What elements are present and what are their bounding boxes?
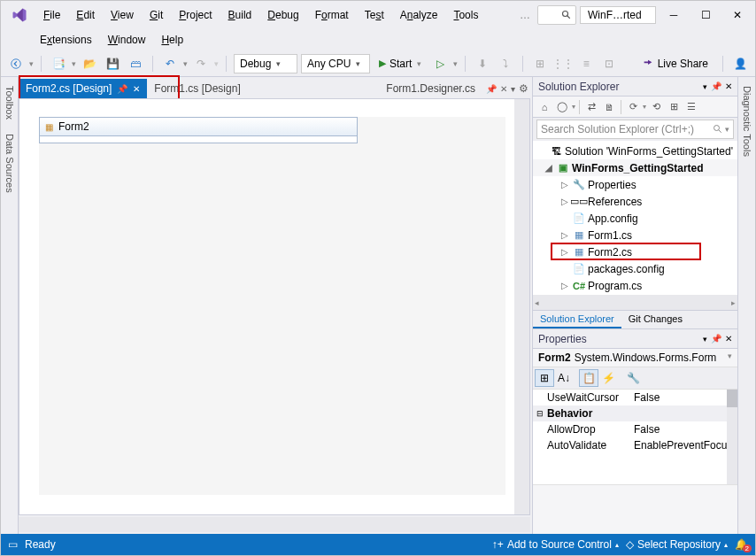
solution-search-input[interactable]: Search Solution Explorer (Ctrl+;) ▾ [536,120,734,139]
references-node[interactable]: ▷▭▭References [533,193,737,210]
tree-hscroll[interactable]: ◂▸ [533,295,737,310]
appconfig-node[interactable]: 📄App.config [533,210,737,227]
menu-analyze[interactable]: Analyze [393,5,445,25]
prop-autovalidate[interactable]: AutoValidateEnablePreventFocu [533,437,727,453]
form-window[interactable]: ▦ Form2 [39,117,358,143]
live-share-button[interactable]: Live Share [635,58,715,70]
add-to-source-control[interactable]: ↑+Add to Source Control▴ [492,538,619,551]
save-all-button[interactable]: 🗃 [126,54,145,73]
solution-name-display: WinF…rted [580,6,656,24]
alphabetical-button[interactable]: A↓ [554,369,574,387]
status-ready-icon: ▭ [8,538,18,551]
close-icon[interactable]: ✕ [725,334,732,344]
step-button[interactable]: ⬇ [473,54,492,73]
packages-node[interactable]: 📄packages.config [533,260,737,277]
maximize-button[interactable]: ☐ [691,4,720,27]
spacing-button[interactable]: ⊡ [599,54,619,73]
design-surface[interactable]: ▦ Form2 [39,117,505,495]
layout-button[interactable]: ≡ [576,54,596,73]
show-all-icon[interactable]: 🗎 [601,99,617,115]
program-node[interactable]: ▷C#Program.cs [533,277,737,294]
dropdown-icon[interactable]: ▾ [703,335,707,344]
pin-icon[interactable]: 📌 [711,334,721,344]
close-button[interactable]: ✕ [723,4,752,27]
grid-button[interactable]: ⋮⋮ [553,54,573,73]
solution-node[interactable]: 🏗Solution 'WinForms_GettingStarted' [533,143,737,159]
start-no-debug-button[interactable]: ▷ [430,54,450,73]
search-box[interactable] [537,5,576,25]
notifications-button[interactable]: 🔔 2 [735,538,748,551]
close-icon[interactable]: ✕ [725,81,732,91]
svg-line-4 [719,130,721,133]
back-icon[interactable]: ◯ [554,99,570,115]
vscrollbar[interactable] [514,99,529,514]
menu-git[interactable]: Git [143,5,170,25]
tab-git-changes[interactable]: Git Changes [621,311,690,328]
menu-test[interactable]: Test [358,5,391,25]
new-project-button[interactable]: 📑 [49,54,68,73]
collapse-icon[interactable]: ⟲ [648,99,664,115]
pin-icon[interactable]: 📌 [711,81,721,91]
preview-icon[interactable]: ☰ [683,99,699,115]
properties-icon[interactable]: ⊞ [666,99,682,115]
open-button[interactable]: 📂 [80,54,99,73]
save-button[interactable]: 💾 [103,54,122,73]
search-placeholder: Search Solution Explorer (Ctrl+;) [541,123,713,135]
menu-file[interactable]: File [36,5,67,25]
select-repository[interactable]: ◇Select Repository▴ [626,538,728,551]
align-button[interactable]: ⊞ [530,54,550,73]
events-button[interactable]: ⚡ [598,369,618,387]
diagnostic-tools-tab[interactable]: Diagnostic Tools [740,81,754,162]
categorized-button[interactable]: ⊞ [535,369,554,387]
close-icon[interactable]: ✕ [500,84,507,94]
dropdown-icon[interactable]: ▾ [703,82,707,91]
close-icon[interactable]: ✕ [133,84,140,94]
toolbox-tab[interactable]: Toolbox [3,81,17,125]
menu-help[interactable]: Help [154,30,190,50]
gear-icon[interactable]: ⚙ [519,82,528,95]
prop-usewaitcursor[interactable]: UseWaitCursorFalse [533,390,727,405]
tab-form2-design[interactable]: Form2.cs [Design] 📌 ✕ [19,79,147,98]
tab-form1-designer-cs[interactable]: Form1.Designer.cs [379,79,482,98]
menu-build[interactable]: Build [221,5,259,25]
start-button[interactable]: ▶Start▾ [374,54,427,73]
data-sources-tab[interactable]: Data Sources [3,128,17,198]
properties-button[interactable]: 📋 [579,369,598,387]
pin-icon[interactable]: 📌 [117,84,127,94]
property-object-selector[interactable]: Form2System.Windows.Forms.Form▾ [533,349,737,367]
undo-button[interactable]: ↶ [160,54,180,73]
step2-button[interactable]: ⤵ [496,54,515,73]
account-button[interactable]: 👤 [730,54,750,73]
tab-label: Form2.cs [Design] [26,82,112,95]
redo-button[interactable]: ↷ [191,54,211,73]
menu-project[interactable]: Project [172,5,219,25]
home-icon[interactable]: ⌂ [536,99,552,115]
menu-edit[interactable]: Edit [69,5,102,25]
menu-extensions[interactable]: Extensions [33,30,99,50]
menu-view[interactable]: View [104,5,141,25]
svg-point-2 [12,58,21,68]
form1-node[interactable]: ▷▦Form1.cs [533,227,737,243]
nav-back-button[interactable] [6,54,26,73]
overflow-chevron-icon[interactable]: ▾ [511,84,515,94]
tab-form1-design[interactable]: Form1.cs [Design] [147,79,247,98]
property-pages-button[interactable]: 🔧 [623,369,643,387]
platform-combo[interactable]: Any CPU▾ [301,54,370,73]
form2-node[interactable]: ▷▦Form2.cs [533,243,737,260]
props-vscroll[interactable] [727,390,737,484]
menu-window[interactable]: Window [101,30,153,50]
hscrollbar[interactable] [19,517,530,532]
properties-node[interactable]: ▷🔧Properties [533,176,737,193]
tab-solution-explorer[interactable]: Solution Explorer [533,311,621,328]
refresh-icon[interactable]: ⟳ [625,99,641,115]
prop-category-behavior[interactable]: ⊟Behavior [533,405,727,421]
menu-debug[interactable]: Debug [260,5,305,25]
pin-icon[interactable]: 📌 [486,84,497,94]
project-node[interactable]: ◢▣WinForms_GettingStarted [533,159,737,176]
sync-icon[interactable]: ⇄ [583,99,599,115]
prop-allowdrop[interactable]: AllowDropFalse [533,421,727,437]
menu-tools[interactable]: Tools [446,5,485,25]
menu-format[interactable]: Format [308,5,356,25]
minimize-button[interactable]: ─ [660,4,688,27]
config-combo[interactable]: Debug▾ [234,54,297,73]
